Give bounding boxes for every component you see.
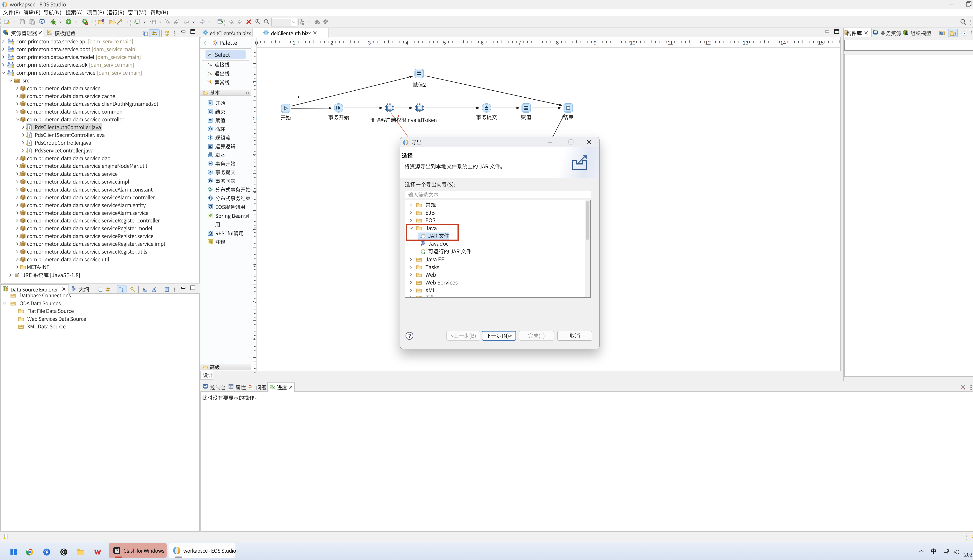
svg-text:?: ? <box>408 333 411 339</box>
svg-text:@: @ <box>422 242 425 245</box>
